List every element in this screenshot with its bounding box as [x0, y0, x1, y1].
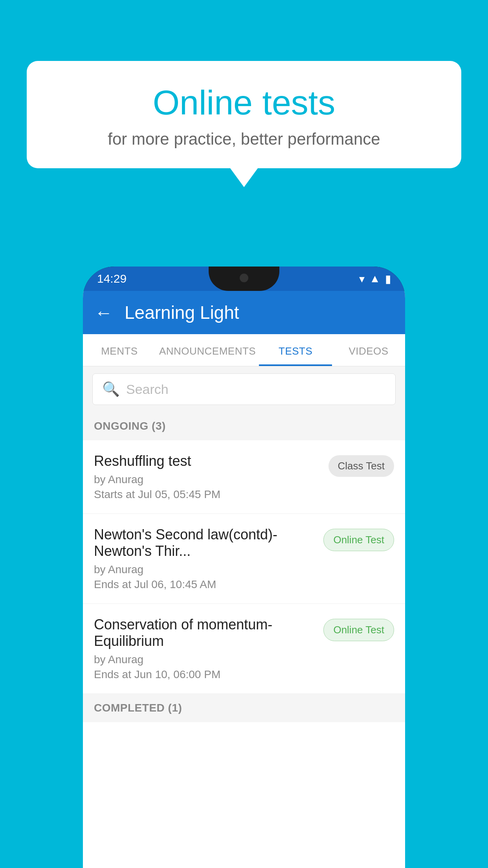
test-date-2: Ends at Jul 06, 10:45 AM — [94, 578, 316, 591]
tabs-bar: MENTS ANNOUNCEMENTS TESTS VIDEOS — [83, 334, 405, 366]
test-name-1: Reshuffling test — [94, 453, 321, 469]
test-name-3: Conservation of momentum-Equilibrium — [94, 616, 316, 649]
tab-announcements[interactable]: ANNOUNCEMENTS — [156, 334, 259, 366]
test-badge-2: Online Test — [323, 529, 394, 551]
speech-bubble-title: Online tests — [50, 83, 438, 123]
list-item[interactable]: Newton's Second law(contd)-Newton's Thir… — [83, 514, 405, 604]
tab-ments[interactable]: MENTS — [83, 334, 156, 366]
speech-bubble: Online tests for more practice, better p… — [27, 61, 461, 168]
test-list: Reshuffling test by Anurag Starts at Jul… — [83, 440, 405, 694]
test-info-1: Reshuffling test by Anurag Starts at Jul… — [94, 453, 328, 501]
status-icons: ▾ ▲ ▮ — [359, 272, 391, 285]
test-author-3: by Anurag — [94, 653, 316, 666]
tab-videos[interactable]: VIDEOS — [332, 334, 405, 366]
app-bar-title: Learning Light — [125, 302, 239, 323]
search-bar[interactable]: 🔍 Search — [92, 373, 396, 405]
list-item[interactable]: Reshuffling test by Anurag Starts at Jul… — [83, 440, 405, 514]
test-badge-1: Class Test — [328, 455, 394, 477]
app-bar: ← Learning Light — [83, 291, 405, 334]
tab-tests[interactable]: TESTS — [259, 334, 332, 366]
test-info-2: Newton's Second law(contd)-Newton's Thir… — [94, 526, 323, 591]
ongoing-title: ONGOING (3) — [94, 420, 166, 432]
search-container: 🔍 Search — [83, 366, 405, 412]
completed-section-header: COMPLETED (1) — [83, 694, 405, 722]
wifi-icon: ▾ — [359, 272, 365, 285]
list-item[interactable]: Conservation of momentum-Equilibrium by … — [83, 604, 405, 694]
test-date-3: Ends at Jun 10, 06:00 PM — [94, 668, 316, 681]
status-bar: 14:29 ▾ ▲ ▮ — [83, 267, 405, 291]
search-input[interactable]: Search — [126, 382, 169, 397]
test-author-2: by Anurag — [94, 563, 316, 576]
test-badge-3: Online Test — [323, 619, 394, 641]
test-author-1: by Anurag — [94, 473, 321, 486]
status-time: 14:29 — [97, 272, 127, 285]
battery-icon: ▮ — [385, 272, 391, 285]
signal-icon: ▲ — [369, 272, 380, 285]
completed-title: COMPLETED (1) — [94, 702, 182, 714]
phone-notch — [209, 267, 279, 291]
phone-screen: ← Learning Light MENTS ANNOUNCEMENTS TES… — [83, 291, 405, 868]
ongoing-section-header: ONGOING (3) — [83, 412, 405, 440]
back-button[interactable]: ← — [95, 303, 113, 322]
camera — [240, 274, 248, 282]
search-icon: 🔍 — [102, 381, 120, 397]
test-info-3: Conservation of momentum-Equilibrium by … — [94, 616, 323, 681]
test-name-2: Newton's Second law(contd)-Newton's Thir… — [94, 526, 316, 559]
phone-frame: 14:29 ▾ ▲ ▮ ← Learning Light MENTS ANNOU… — [83, 267, 405, 868]
speech-bubble-subtitle: for more practice, better performance — [50, 130, 438, 149]
test-date-1: Starts at Jul 05, 05:45 PM — [94, 488, 321, 501]
